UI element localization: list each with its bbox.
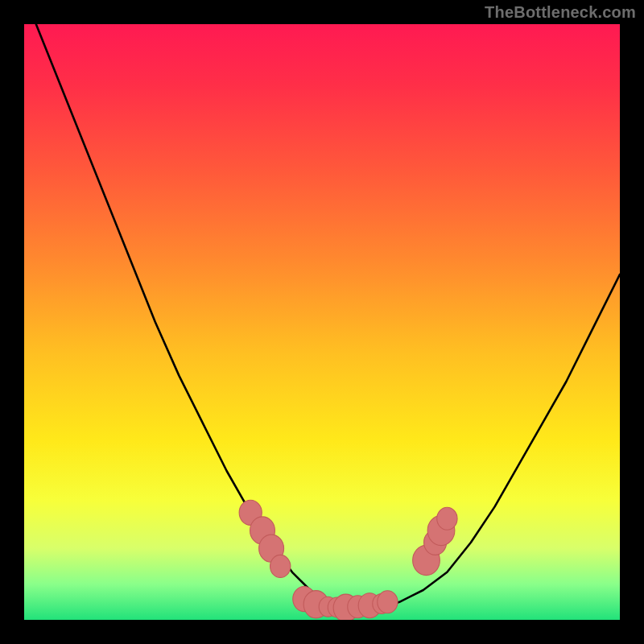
chart-frame: TheBottleneck.com xyxy=(0,0,644,644)
curve-markers xyxy=(239,500,457,620)
bottleneck-curve xyxy=(36,24,620,608)
plot-area xyxy=(24,24,620,620)
curve-layer xyxy=(24,24,620,620)
watermark-text: TheBottleneck.com xyxy=(485,3,636,22)
curve-marker xyxy=(378,591,398,613)
curve-marker xyxy=(270,555,291,577)
curve-marker xyxy=(437,507,457,530)
